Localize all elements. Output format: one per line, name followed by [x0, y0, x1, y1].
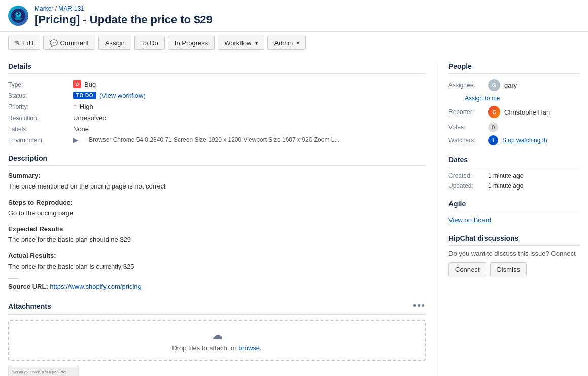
breadcrumb-issue-id[interactable]: MAR-131: [58, 5, 84, 12]
steps-text: Go to the pricing page: [8, 208, 426, 218]
drop-zone[interactable]: ☁ Drop files to attach, or browse.: [8, 320, 426, 361]
status-label: Status:: [8, 91, 69, 99]
attachment-thumbnail[interactable]: Set up your store, pick a plan later by …: [8, 366, 79, 376]
priority-label: Priority:: [8, 102, 69, 110]
type-label: Type:: [8, 80, 69, 88]
watchers-row: Watchers: 1 Stop watching th: [448, 135, 580, 145]
expected-block: Expected Results The price for the basic…: [8, 225, 426, 245]
steps-heading: Steps to Reproduce:: [8, 199, 426, 206]
browse-link[interactable]: browse.: [238, 344, 262, 352]
dates-section: Dates Created: 1 minute ago Updated: 1 m…: [448, 156, 580, 190]
source-url-link[interactable]: https://www.shopify.com/pricing: [50, 283, 141, 290]
page-title: [Pricing] - Update the price to $29: [34, 13, 213, 26]
hipchat-section: HipChat discussions Do you want to discu…: [448, 234, 580, 276]
top-bar: Marker / MAR-131 [Pricing] - Update the …: [0, 0, 588, 32]
todo-button[interactable]: To Do: [134, 36, 165, 50]
created-label: Created:: [448, 172, 484, 179]
assignee-label: Assignee:: [448, 82, 484, 89]
summary-heading: Summary:: [8, 172, 426, 179]
comment-icon: 💬: [50, 39, 58, 47]
status-badge: TO DO: [73, 92, 96, 99]
reporter-avatar: C: [488, 106, 500, 118]
in-progress-button[interactable]: In Progress: [168, 36, 215, 50]
priority-value: ↑ High: [73, 102, 426, 110]
status-value: TO DO (View workflow): [73, 91, 426, 99]
toolbar: ✎ Edit 💬 Comment Assign To Do In Progres…: [0, 32, 588, 54]
hipchat-title: HipChat discussions: [448, 234, 580, 246]
drop-label: Drop files to attach, or: [172, 344, 236, 352]
priority-up-icon: ↑: [73, 102, 77, 110]
details-grid: Type: B Bug Status: TO DO (View workflow…: [8, 80, 426, 144]
hipchat-actions: Connect Dismiss: [448, 262, 580, 276]
people-title: People: [448, 62, 580, 74]
summary-text: The price mentioned on the pricing page …: [8, 181, 426, 192]
source-label: Source URL:: [8, 283, 48, 290]
actual-heading: Actual Results:: [8, 252, 426, 259]
assign-to-me-link[interactable]: Assign to me: [465, 95, 500, 102]
admin-dropdown[interactable]: Admin: [267, 36, 306, 50]
attachments-header: Attachments •••: [8, 300, 426, 315]
environment-expand-icon[interactable]: ▶: [73, 136, 78, 144]
view-workflow-link[interactable]: (View workflow): [99, 92, 146, 99]
summary-block: Summary: The price mentioned on the pric…: [8, 172, 426, 192]
title-area: Marker / MAR-131 [Pricing] - Update the …: [34, 5, 213, 26]
votes-label: Votes:: [448, 124, 484, 131]
resolution-value: Unresolved: [73, 114, 426, 122]
assignee-name: gary: [504, 82, 517, 89]
breadcrumb-project[interactable]: Marker: [34, 5, 53, 12]
steps-block: Steps to Reproduce: Go to the pricing pa…: [8, 199, 426, 218]
edit-button[interactable]: ✎ Edit: [8, 36, 40, 50]
details-section: Details Type: B Bug Status: TO DO (View …: [8, 62, 426, 144]
comment-button[interactable]: 💬 Comment: [43, 36, 95, 50]
reporter-label: Reporter:: [448, 108, 484, 116]
attachments-section: Attachments ••• ☁ Drop files to attach, …: [8, 300, 426, 376]
description-title: Description: [8, 154, 426, 166]
environment-value: ▶ — Browser Chrome 54.0.2840.71 Screen S…: [73, 136, 426, 144]
watchers-label: Watchers:: [448, 137, 484, 144]
expected-heading: Expected Results: [8, 225, 426, 233]
workflow-dropdown[interactable]: Workflow: [218, 36, 264, 50]
actual-block: Actual Results: The price for the basic …: [8, 252, 426, 272]
edit-icon: ✎: [15, 39, 20, 47]
people-section: People Assignee: G gary Assign to me Rep…: [448, 62, 580, 145]
bug-icon: B: [73, 80, 81, 88]
environment-label: Environment:: [8, 136, 69, 144]
svg-point-3: [17, 13, 18, 14]
updated-label: Updated:: [448, 182, 484, 190]
dates-title: Dates: [448, 156, 580, 167]
upload-icon: ☁: [17, 329, 417, 342]
votes-row: Votes: 0: [448, 122, 580, 132]
assign-me-row: Assign to me: [448, 94, 580, 102]
dismiss-button[interactable]: Dismiss: [490, 262, 527, 276]
type-value: B Bug: [73, 80, 426, 88]
more-options-button[interactable]: •••: [413, 300, 426, 311]
breadcrumb: Marker / MAR-131: [34, 5, 213, 12]
labels-value: None: [73, 125, 426, 133]
divider: [8, 278, 18, 279]
assignee-avatar: G: [488, 79, 500, 91]
source-url-row: Source URL: https://www.shopify.com/pric…: [8, 283, 426, 290]
resolution-label: Resolution:: [8, 114, 69, 122]
assign-button[interactable]: Assign: [98, 36, 131, 50]
details-title: Details: [8, 62, 426, 74]
updated-value: 1 minute ago: [488, 182, 523, 190]
project-logo: [8, 6, 28, 26]
reporter-row: Reporter: C Christophe Han: [448, 106, 580, 118]
connect-button[interactable]: Connect: [448, 262, 486, 276]
created-value: 1 minute ago: [488, 172, 523, 179]
main-layout: Details Type: B Bug Status: TO DO (View …: [0, 54, 588, 376]
watchers-badge: 1: [488, 135, 498, 145]
labels-label: Labels:: [8, 125, 69, 133]
actual-text: The price for the basic plan is currentl…: [8, 261, 426, 272]
attachments-title: Attachments: [8, 302, 51, 310]
content-area: Details Type: B Bug Status: TO DO (View …: [8, 62, 438, 376]
expected-text: The price for the basic plan should ne $…: [8, 235, 426, 245]
stop-watching-link[interactable]: Stop watching th: [502, 137, 547, 144]
agile-section: Agile View on Board: [448, 200, 580, 224]
view-on-board-link[interactable]: View on Board: [448, 216, 491, 224]
hipchat-text: Do you want to discuss this issue? Conne…: [448, 250, 580, 257]
sidebar-area: People Assignee: G gary Assign to me Rep…: [438, 62, 580, 376]
created-row: Created: 1 minute ago: [448, 172, 580, 179]
assignee-row: Assignee: G gary: [448, 79, 580, 91]
votes-badge: 0: [488, 122, 498, 132]
